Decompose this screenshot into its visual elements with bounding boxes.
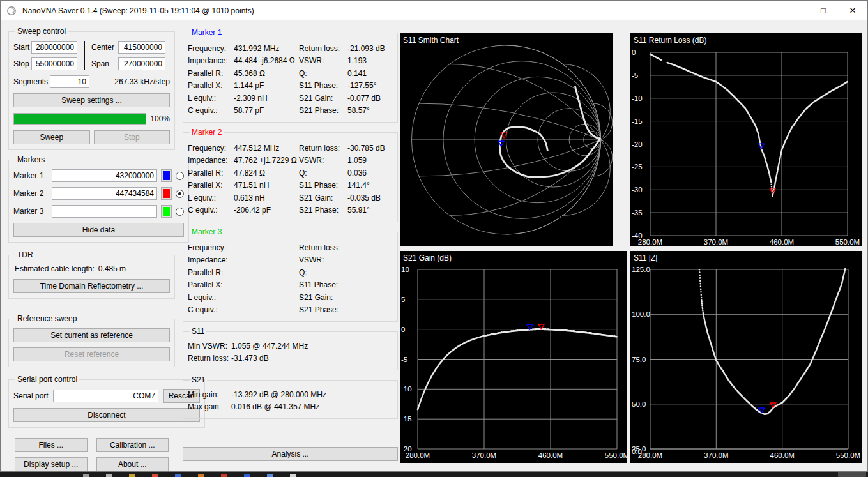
- data-row: S21 Gain:: [299, 291, 393, 304]
- tdr-button[interactable]: Time Domain Reflectometry ...: [13, 279, 170, 293]
- s11-impedance-chart[interactable]: 280.0M370.0M460.0M550.0M125.0100.075.050…: [630, 251, 862, 463]
- reset-reference-button[interactable]: Reset reference: [13, 347, 170, 361]
- sweep-button[interactable]: Sweep: [13, 130, 90, 144]
- data-label: S11 Phase:: [299, 81, 347, 90]
- taskbar-icon[interactable]: [221, 474, 227, 477]
- data-row: Parallel X:: [188, 279, 294, 292]
- data-label: S11 Phase:: [299, 280, 347, 289]
- segments-row: Segments 267.33 kHz/step: [13, 75, 170, 88]
- s11-return-loss-chart[interactable]: 280.0M370.0M460.0M550.0M0-5-10-15-20-25-…: [630, 33, 862, 246]
- taskbar-icon[interactable]: [175, 474, 181, 477]
- marker-color-button[interactable]: [161, 169, 172, 182]
- svg-text:0: 0: [632, 49, 636, 56]
- data-value: 141.4°: [347, 181, 370, 190]
- taskbar-icon[interactable]: [106, 474, 112, 477]
- close-button[interactable]: ✕: [838, 1, 867, 20]
- svg-text:S21 Gain (dB): S21 Gain (dB): [403, 254, 452, 262]
- marker-frequency-input[interactable]: [52, 187, 157, 200]
- window-controls: – □ ✕: [779, 1, 867, 20]
- chart-canvas[interactable]: 280.0M370.0M460.0M550.0M125.0100.075.050…: [630, 251, 862, 463]
- markers-group: Markers Marker 1Marker 2Marker 3 Hide da…: [8, 155, 189, 243]
- display-setup-button[interactable]: Display setup ...: [15, 457, 88, 471]
- data-label: Return loss:: [299, 144, 347, 153]
- chart-canvas[interactable]: 280.0M370.0M460.0M550.0M1050-5-10-15-20S…: [400, 251, 627, 463]
- svg-text:-15: -15: [632, 117, 643, 125]
- data-label: S21 Gain:: [299, 293, 347, 302]
- misc-buttons: Files ... Calibration ... Display setup …: [15, 438, 169, 471]
- taskbar-icon[interactable]: [244, 474, 250, 477]
- data-label: Return loss:: [188, 354, 231, 363]
- taskbar-item-active[interactable]: [838, 472, 866, 477]
- titlebar[interactable]: NanoVNA Saver 0.1.4 (Sweep: 2019-11-05 1…: [1, 1, 867, 20]
- about-button[interactable]: About ...: [96, 457, 169, 471]
- data-row: Frequency:447.512 MHz: [188, 142, 294, 155]
- data-value: -30.785 dB: [347, 144, 385, 153]
- stop-input[interactable]: [31, 57, 77, 70]
- minimize-button[interactable]: –: [779, 1, 809, 20]
- taskbar-icon[interactable]: [152, 474, 158, 477]
- taskbar-icon[interactable]: [267, 474, 273, 477]
- taskbar[interactable]: [0, 472, 868, 477]
- marker-color-button[interactable]: [161, 205, 172, 218]
- set-reference-button[interactable]: Set current as reference: [13, 328, 170, 342]
- start-input[interactable]: [31, 41, 77, 54]
- svg-text:100.0: 100.0: [632, 310, 650, 318]
- marker-frequency-input[interactable]: [52, 169, 157, 182]
- tdr-title: TDR: [15, 250, 35, 259]
- files-button[interactable]: Files ...: [15, 438, 88, 452]
- s21-gain-chart[interactable]: 280.0M370.0M460.0M550.0M1050-5-10-15-20S…: [400, 251, 627, 463]
- hide-data-button[interactable]: Hide data: [13, 223, 184, 237]
- data-row: Impedance:: [188, 254, 294, 267]
- svg-text:S11 Smith Chart: S11 Smith Chart: [403, 36, 459, 45]
- maximize-button[interactable]: □: [809, 1, 838, 20]
- data-label: Return loss:: [299, 44, 347, 53]
- s11-smith-chart[interactable]: S11 Smith Chart: [400, 33, 613, 246]
- taskbar-icon[interactable]: [290, 474, 296, 477]
- data-value: 47.762 +j1.7229 Ω: [234, 156, 297, 165]
- serial-port-input[interactable]: [53, 390, 158, 402]
- segments-input[interactable]: [50, 75, 89, 88]
- calibration-button[interactable]: Calibration ...: [96, 438, 169, 452]
- svg-text:-30: -30: [632, 186, 643, 193]
- data-value: 431.992 MHz: [234, 44, 279, 53]
- screen: NanoVNA Saver 0.1.4 (Sweep: 2019-11-05 1…: [0, 0, 868, 477]
- data-value: -0.077 dB: [347, 94, 381, 103]
- data-label: VSWR:: [299, 156, 347, 165]
- data-label: Impedance:: [188, 156, 234, 165]
- marker-data-panel: Marker 1Frequency:431.992 MHzImpedance:4…: [183, 28, 398, 461]
- window-title: NanoVNA Saver 0.1.4 (Sweep: 2019-11-05 1…: [22, 6, 254, 15]
- marker-detail-title: Marker 2: [190, 128, 224, 137]
- disconnect-button[interactable]: Disconnect: [13, 408, 200, 422]
- marker-color-button[interactable]: [161, 187, 172, 200]
- data-row: S21 Phase:58.57°: [299, 105, 393, 117]
- data-label: Parallel R:: [188, 268, 234, 277]
- sweep-frequency-grid: Start Center Stop Span: [13, 41, 170, 70]
- taskbar-icon[interactable]: [198, 474, 204, 477]
- sweep-settings-button[interactable]: Sweep settings ...: [13, 93, 170, 107]
- span-input[interactable]: [118, 57, 165, 70]
- center-input[interactable]: [118, 41, 165, 54]
- data-label: Impedance:: [188, 255, 234, 264]
- data-value: 45.368 Ω: [234, 69, 265, 78]
- serial-port-label: Serial port: [13, 391, 49, 400]
- data-value: 1.144 pF: [234, 81, 264, 90]
- sweep-control-group: Sweep control Start Center Stop Span Seg…: [8, 27, 175, 150]
- taskbar-icon[interactable]: [129, 474, 135, 477]
- data-row: Q:0.141: [299, 67, 393, 80]
- smith-chart-canvas[interactable]: S11 Smith Chart: [400, 33, 613, 246]
- data-value: 47.824 Ω: [234, 169, 265, 178]
- marker-frequency-input[interactable]: [52, 205, 157, 218]
- analysis-button[interactable]: Analysis ...: [183, 447, 398, 461]
- stop-sweep-button[interactable]: Stop: [94, 130, 171, 144]
- data-row: S21 Phase:: [299, 304, 393, 317]
- step-size-info: 267.33 kHz/step: [114, 77, 170, 86]
- taskbar-icon[interactable]: [83, 474, 89, 477]
- chart-canvas[interactable]: 280.0M370.0M460.0M550.0M0-5-10-15-20-25-…: [630, 33, 862, 246]
- data-value: -2.309 nH: [234, 94, 268, 103]
- svg-text:460.0M: 460.0M: [538, 451, 563, 459]
- svg-text:0.0: 0.0: [632, 448, 642, 455]
- svg-text:-10: -10: [632, 95, 643, 102]
- marker-detail-box: Marker 1Frequency:431.992 MHzImpedance:4…: [183, 28, 398, 123]
- data-label: C equiv.:: [188, 206, 234, 215]
- data-label: C equiv.:: [188, 106, 234, 115]
